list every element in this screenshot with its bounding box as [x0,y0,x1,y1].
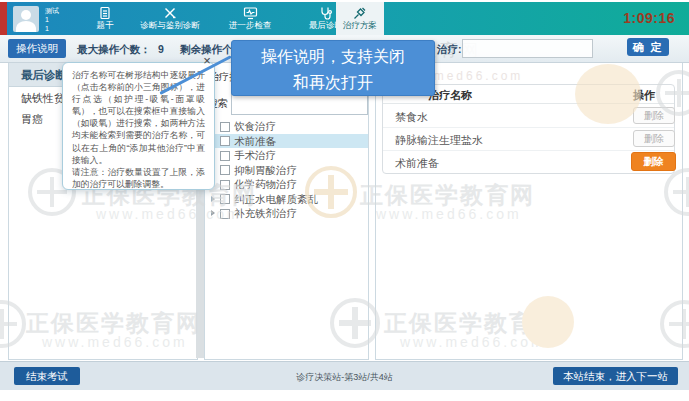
table-row: 术前准备 删除 [383,150,674,173]
next-station-button[interactable]: 本站结束，进入下一站 [553,367,678,385]
treatment-name: 禁食水 [395,110,428,125]
delete-button[interactable]: 删除 [631,152,676,171]
max-operations-label: 最大操作个数： [77,43,151,57]
operations-column-header: 操作 [633,88,655,103]
monitor-icon [215,6,285,20]
nav-item-label: 治疗方案 [336,20,384,30]
instruction-tooltip: 操作说明，支持关闭 和再次打开 [231,40,435,96]
checkbox[interactable] [220,122,230,132]
tree-row-highlighted[interactable]: 术前准备 [205,134,368,149]
user-line3: 1 [45,24,59,33]
user-line2: 1 [45,15,59,24]
checkbox[interactable] [220,194,230,204]
help-paragraph-1: 治疗名称可在树形结构中逐级展开（点击名称前的小三角图标），进行点选（如护理-吸氧… [72,70,205,165]
user-info: 测试 1 1 [45,6,59,33]
confirm-button[interactable]: 确 定 [627,38,669,56]
tree-item-label: 化学药物治疗 [234,178,297,192]
tree-item-label: 饮食治疗 [234,120,276,134]
tree-row[interactable]: 补充铁剂治疗 [205,206,368,221]
checkbox[interactable] [220,151,230,161]
tree-row[interactable]: 纠正水电解质紊乱 [205,192,368,207]
red-edge-strip [0,2,7,35]
treatment-tree-panel: 治疗搜索 搜索： 饮食治疗 术前准备 手术治疗 抑制胃酸治疗 化学药物治疗 [204,62,369,360]
tree-row[interactable]: 化学药物治疗 [205,177,368,192]
treatment-name: 术前准备 [395,156,439,171]
delete-button[interactable]: 删除 [633,130,675,147]
expand-arrow-icon[interactable] [211,210,215,216]
treatments-table: 治疗名称 操作 禁食水 删除 静脉输注生理盐水 删除 术前准备 删除 [382,84,675,174]
nav-item-further-examination[interactable]: 进一步检查 [215,2,285,35]
nav-item-label: 进一步检查 [215,20,285,30]
selected-treatments-panel: 治疗名称 操作 禁食水 删除 静脉输注生理盐水 删除 术前准备 删除 [375,62,683,360]
nav-item-label: 题干 [85,20,125,30]
tooltip-line-1: 操作说明，支持关闭 [232,44,434,70]
tree-item-label: 纠正水电解质紊乱 [234,193,318,207]
close-icon[interactable]: × [200,54,214,68]
help-popup: 治疗名称可在树形结构中逐级展开（点击名称前的小三角图标），进行点选（如护理-吸氧… [62,62,215,190]
user-name: 测试 [45,6,59,15]
table-row: 静脉输注生理盐水 删除 [383,127,674,151]
checkbox[interactable] [220,165,230,175]
tree-item-label: 手术治疗 [234,149,276,163]
tree-row[interactable]: 饮食治疗 [205,119,368,134]
nav-item-treatment-plan[interactable]: 治疗方案 [336,2,384,35]
tree-item-label: 抑制胃酸治疗 [234,164,297,178]
help-button[interactable]: 操作说明 [8,39,66,58]
tooltip-line-2: 和再次打开 [232,70,434,96]
delete-button[interactable]: 删除 [633,107,675,124]
app-window: 正保医学教育网 www.med66.com 正保医学教育网 www.med66.… [0,0,689,401]
tree-item-label: 术前准备 [234,135,276,149]
tree-item-label: 补充铁剂治疗 [234,207,297,221]
treatment-input-label: 治疗: [437,43,462,57]
avatar [13,6,39,32]
help-popup-text: 治疗名称可在树形结构中逐级展开（点击名称前的小三角图标），进行点选（如护理-吸氧… [72,69,205,190]
nav-item-label: 诊断与鉴别诊断 [125,20,215,30]
max-operations-value: 9 [158,43,164,55]
treatment-name: 静脉输注生理盐水 [395,133,483,148]
nav-item-diagnosis-differential[interactable]: 诊断与鉴别诊断 [125,2,215,35]
end-exam-button[interactable]: 结束考试 [14,367,80,385]
exam-timer: 1:09:16 [623,10,675,26]
top-nav-bar: 测试 1 1 题干 诊断与鉴别诊断 进一步检查 最后诊断 [0,2,689,35]
checkbox[interactable] [220,180,230,190]
nav-item-question-stem[interactable]: 题干 [85,2,125,35]
syringe-icon [336,6,384,20]
checkbox[interactable] [220,209,230,219]
expand-arrow-icon[interactable] [211,196,215,202]
tree-row[interactable]: 手术治疗 [205,148,368,163]
checkbox[interactable] [220,136,230,146]
pencil-cross-icon [125,6,215,20]
help-paragraph-2: 请注意：治疗数量设置了上限，添加的治疗可以删除调整。 [72,167,205,189]
tree-row[interactable]: 抑制胃酸治疗 [205,163,368,178]
footer-bar: 诊疗决策站-第3站/共4站 结束考试 本站结束，进入下一站 [0,361,689,390]
treatment-input[interactable] [462,39,593,58]
document-icon [85,6,125,20]
table-row: 禁食水 删除 [383,104,674,128]
